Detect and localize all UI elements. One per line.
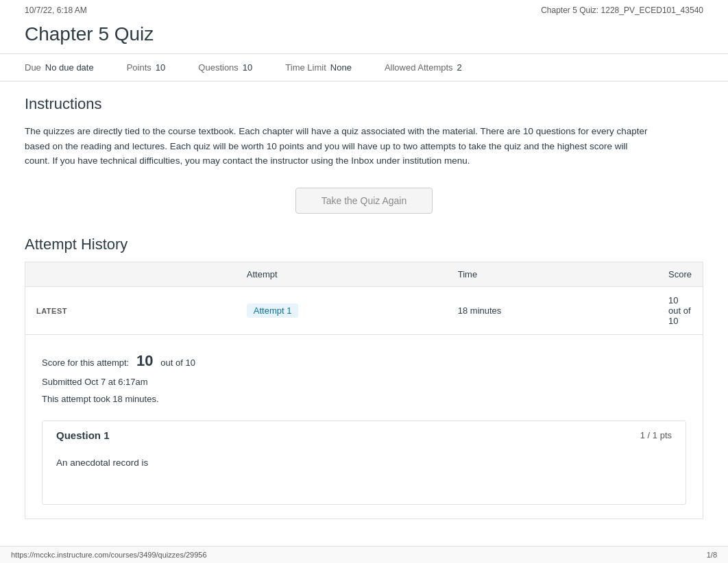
take-quiz-button[interactable]: Take the Quiz Again — [295, 188, 433, 214]
time-limit-value: None — [330, 62, 352, 73]
page-title: Chapter 5 Quiz — [0, 18, 728, 54]
duration-row: This attempt took 18 minutes. — [42, 392, 686, 407]
score-out-of: out of 10 — [160, 358, 195, 368]
latest-badge-cell: LATEST — [25, 286, 236, 334]
content-area: Instructions The quizzes are directly ti… — [0, 82, 728, 533]
score-big-value: 10 — [136, 352, 153, 369]
time-limit-label: Time Limit — [285, 62, 326, 73]
attempt-history-title: Attempt History — [25, 236, 703, 253]
attempt-score-cell: 10 out of 10 — [657, 286, 703, 334]
status-url: https://mcckc.instructure.com/courses/34… — [11, 551, 207, 559]
points-label: Points — [127, 62, 151, 73]
questions-value: 10 — [243, 62, 252, 73]
submitted-row: Submitted Oct 7 at 6:17am — [42, 375, 686, 390]
attempt-history-table: Attempt Time Score LATEST Attempt 1 18 m… — [25, 262, 703, 335]
questions-meta: Questions 10 — [198, 62, 252, 73]
question-1-pts: 1 / 1 pts — [640, 430, 672, 440]
score-for-attempt-label: Score for this attempt: — [42, 358, 129, 368]
time-limit-meta: Time Limit None — [285, 62, 352, 73]
latest-badge: LATEST — [36, 307, 67, 315]
allowed-attempts-value: 2 — [457, 62, 462, 73]
question-1-title: Question 1 — [56, 429, 110, 441]
points-meta: Points 10 — [127, 62, 166, 73]
instructions-text: The quizzes are directly tied to the cou… — [25, 124, 655, 168]
questions-label: Questions — [198, 62, 239, 73]
quiz-meta-bar: Due No due date Points 10 Questions 10 T… — [0, 54, 728, 82]
due-label: Due — [25, 62, 41, 73]
score-detail-row: Score for this attempt: 10 out of 10 — [42, 349, 686, 373]
datetime: 10/7/22, 6:18 AM — [25, 5, 87, 15]
table-row: LATEST Attempt 1 18 minutes 10 out of 10 — [25, 286, 703, 334]
attempt-details-box: Score for this attempt: 10 out of 10 Sub… — [25, 335, 703, 519]
allowed-attempts-label: Allowed Attempts — [385, 62, 453, 73]
quiz-id: Chapter 5 Quiz: 1228_PV_ECED101_43540 — [541, 5, 703, 15]
attempt-1-link[interactable]: Attempt 1 — [247, 303, 299, 318]
col-header-attempt-label: Attempt — [236, 262, 447, 286]
question-1-body: An anecdotal record is — [43, 449, 685, 504]
points-value: 10 — [156, 62, 165, 73]
allowed-attempts-meta: Allowed Attempts 2 — [385, 62, 462, 73]
attempt-link-cell[interactable]: Attempt 1 — [236, 286, 447, 334]
col-header-time: Time — [447, 262, 657, 286]
attempt-time-cell: 18 minutes — [447, 286, 657, 334]
question-1-card: Question 1 1 / 1 pts An anecdotal record… — [42, 421, 686, 505]
status-page: 1/8 — [707, 551, 717, 559]
due-meta: Due No due date — [25, 62, 94, 73]
col-header-score: Score — [657, 262, 703, 286]
col-header-attempt — [25, 262, 236, 286]
take-quiz-wrapper: Take the Quiz Again — [25, 188, 703, 214]
instructions-title: Instructions — [25, 95, 703, 113]
question-1-header: Question 1 1 / 1 pts — [43, 421, 685, 449]
due-value: No due date — [45, 62, 94, 73]
status-bar: https://mcckc.instructure.com/courses/34… — [0, 546, 728, 563]
attempt-table-header-row: Attempt Time Score — [25, 262, 703, 286]
